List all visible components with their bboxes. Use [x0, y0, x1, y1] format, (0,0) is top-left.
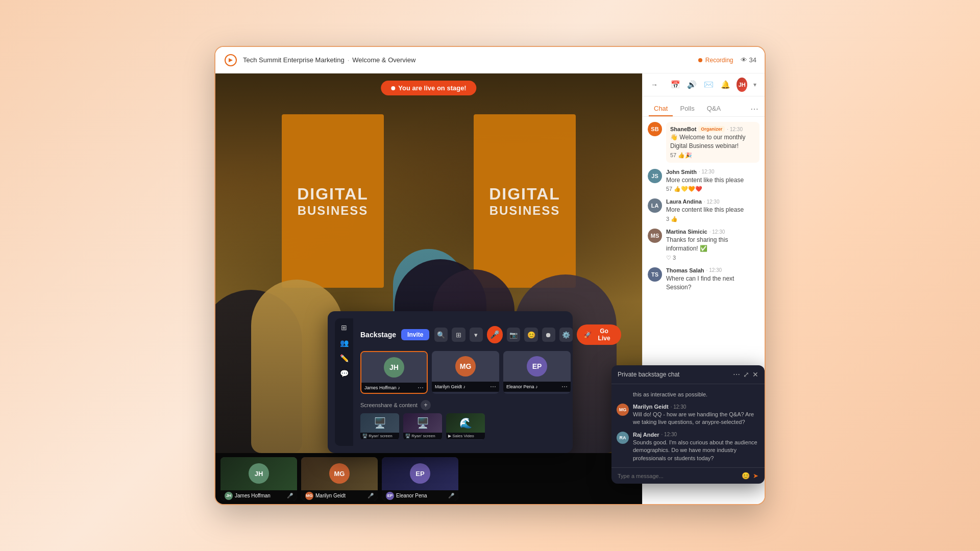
chat-tabs: Chat Polls Q&A ⋯ [643, 96, 765, 117]
private-chat-expand[interactable]: ⤢ [743, 370, 749, 379]
screenshare-label: Screenshare & content + [360, 400, 621, 410]
backstage-icon-logo: ⊞ [341, 323, 347, 332]
participant-james-more[interactable]: ⋯ [418, 384, 424, 391]
martina-reactions: ♡ 3 [666, 255, 760, 261]
calendar-icon[interactable]: 📅 [670, 78, 681, 92]
martina-avatar: MS [648, 229, 662, 243]
pc-send-icons: 😊 ➤ [742, 472, 758, 480]
pc-msg-marilyn: MG Marilyn Geidt · 12:30 Will do! QQ - h… [617, 404, 760, 427]
private-chat-close[interactable]: ✕ [752, 370, 758, 379]
pc-msg-raj: RA Raj Ander · 12:30 Sounds good. I'm al… [617, 432, 760, 462]
martina-text: Thanks for sharing this information! ✅ [666, 236, 760, 253]
shanebot-reactions: 57 👍🎉 [670, 152, 755, 159]
backstage-icon-chat[interactable]: 💬 [340, 369, 349, 378]
backstage-left-strip: ⊞ 👥 ✏️ 💬 [335, 318, 353, 446]
john-time: · 12:30 [699, 169, 715, 174]
laura-time: · 12:30 [704, 199, 720, 205]
pc-marilyn-content: Marilyn Geidt · 12:30 Will do! QQ - how … [633, 404, 760, 427]
header: Tech Summit Enterprise Marketing · Welco… [215, 47, 765, 73]
john-text: More content like this please [666, 176, 760, 185]
header-right: Recording 👁 34 [698, 56, 756, 64]
backstage-header: Backstage Invite 🔍 ⊞ ▾ 🎤 📷 😊 ⏺ ⚙️ 🚀 G [360, 324, 621, 345]
screen-card-3[interactable]: 🌊 ▶ Sales Video [446, 413, 485, 440]
app-logo [224, 53, 238, 67]
top-icons-row: → 📅 🔊 ✉️ 🔔 JH ▾ [643, 73, 765, 96]
participant-james-name: James Hoffman ♪ [364, 385, 400, 390]
speaker-icon[interactable]: 🔊 [687, 78, 698, 92]
tab-qa[interactable]: Q&A [702, 102, 726, 116]
chevron-icon[interactable]: ▾ [470, 328, 483, 342]
pc-marilyn-text: Will do! QQ - how are we handling the Q&… [633, 411, 760, 427]
main-window: Tech Summit Enterprise Marketing · Welco… [214, 46, 766, 505]
pc-marilyn-avatar: MG [617, 404, 629, 416]
john-reactions: 57 👍💛🧡❤️ [666, 186, 760, 192]
tab-polls[interactable]: Polls [675, 102, 699, 116]
mic-button[interactable]: 🎤 [487, 326, 503, 343]
live-banner: You are live on stage! [381, 81, 476, 95]
screen-label-3: ▶ Sales Video [448, 434, 474, 438]
laura-name: Laura Andina [666, 198, 702, 205]
invite-button[interactable]: Invite [401, 329, 429, 340]
backstage-icon-draw[interactable]: ✏️ [340, 354, 349, 362]
breadcrumb-event: Tech Summit Enterprise Marketing [243, 56, 345, 64]
pc-raj-time: · 12:30 [662, 432, 677, 437]
grid-view-icon[interactable]: ⊞ [452, 328, 465, 342]
private-chat-icons: ⋯ ⤢ ✕ [733, 370, 758, 379]
live-dot [391, 86, 395, 90]
john-content: John Smith · 12:30 More content like thi… [666, 169, 760, 193]
mail-icon[interactable]: ✉️ [703, 78, 714, 92]
arrow-icon[interactable]: → [651, 81, 658, 89]
thumbnail-marilyn[interactable]: MG MG Marilyn Geidt 🎤 [301, 457, 378, 500]
private-messages: this as interactive as possible. MG Mari… [611, 384, 765, 467]
participant-marilyn[interactable]: MG Marilyn Geidt ♪ ⋯ [432, 351, 499, 394]
pc-marilyn-name: Marilyn Geidt [633, 404, 669, 410]
record-icon[interactable]: ⏺ [542, 328, 555, 342]
backstage-main: Backstage Invite 🔍 ⊞ ▾ 🎤 📷 😊 ⏺ ⚙️ 🚀 G [353, 318, 628, 446]
chat-more-icon[interactable]: ⋯ [750, 104, 758, 114]
thomas-avatar: TS [648, 267, 662, 282]
shanebot-time: · 12:30 [727, 127, 743, 132]
shanebot-avatar: SB [648, 122, 662, 136]
search-icon[interactable]: 🔍 [434, 328, 448, 342]
send-icon[interactable]: ➤ [753, 472, 758, 480]
emoji-send-icon[interactable]: 😊 [742, 472, 750, 480]
user-avatar-top[interactable]: JH [737, 78, 747, 92]
private-chat-panel: Private backstage chat ⋯ ⤢ ✕ this as int… [611, 365, 765, 484]
private-chat-message-input[interactable] [618, 473, 738, 479]
tab-chat[interactable]: Chat [649, 102, 673, 116]
martina-time: · 12:30 [709, 229, 725, 235]
private-chat-input-area: 😊 ➤ [611, 467, 765, 484]
add-screen-button[interactable]: + [421, 400, 431, 410]
settings-icon[interactable]: ⚙️ [559, 328, 573, 342]
thumbnail-james-hoffman[interactable]: JH JH James Hoffman 🎤 [220, 457, 297, 500]
go-live-button[interactable]: 🚀 Go Live [577, 324, 622, 345]
private-chat-more[interactable]: ⋯ [733, 370, 740, 379]
participant-james[interactable]: JH James Hoffman ♪ ⋯ [360, 351, 428, 394]
laura-text: More content like this please [666, 206, 760, 214]
participant-eleanor-more[interactable]: ⋯ [561, 383, 568, 390]
chevron-down-icon[interactable]: ▾ [753, 81, 756, 88]
recording-label: Recording [705, 57, 733, 64]
participant-marilyn-name: Marilyn Geidt ♪ [435, 384, 465, 389]
live-text: You are live on stage! [398, 84, 466, 92]
pc-marilyn-time: · 12:30 [671, 404, 687, 410]
rocket-icon: 🚀 [584, 331, 592, 338]
breadcrumb: Tech Summit Enterprise Marketing · Welco… [243, 56, 415, 64]
shanebot-text: 👋 Welcome to our monthly Digital Busines… [670, 133, 755, 151]
laura-avatar: LA [648, 198, 662, 213]
emoji-icon[interactable]: 😊 [524, 328, 537, 342]
thumbnail-eleanor[interactable]: EP EP Eleanor Pena 🎤 [382, 457, 458, 500]
participant-eleanor[interactable]: EP Eleanor Pena ♪ ⋯ [503, 351, 571, 394]
thumbnail-row: JH JH James Hoffman 🎤 MG MG Marily [215, 453, 642, 504]
thumb-mic-icon: 🎤 [287, 493, 293, 498]
backstage-participants: JH James Hoffman ♪ ⋯ MG Marilyn G [360, 351, 621, 394]
camera-icon[interactable]: 📷 [507, 328, 520, 342]
backstage-icon-people[interactable]: 👥 [340, 339, 349, 347]
screen-card-2[interactable]: 🖥️ 🖥️ Ryan' screen [403, 413, 442, 440]
participant-marilyn-more[interactable]: ⋯ [490, 383, 496, 390]
backstage-label: Backstage [360, 331, 396, 339]
eye-icon: 👁 [741, 56, 747, 64]
martina-content: Martina Simicic · 12:30 Thanks for shari… [666, 229, 760, 261]
bell-icon[interactable]: 🔔 [720, 78, 731, 92]
screen-card-1[interactable]: 🖥️ 🖥️ Ryan' screen [360, 413, 399, 440]
